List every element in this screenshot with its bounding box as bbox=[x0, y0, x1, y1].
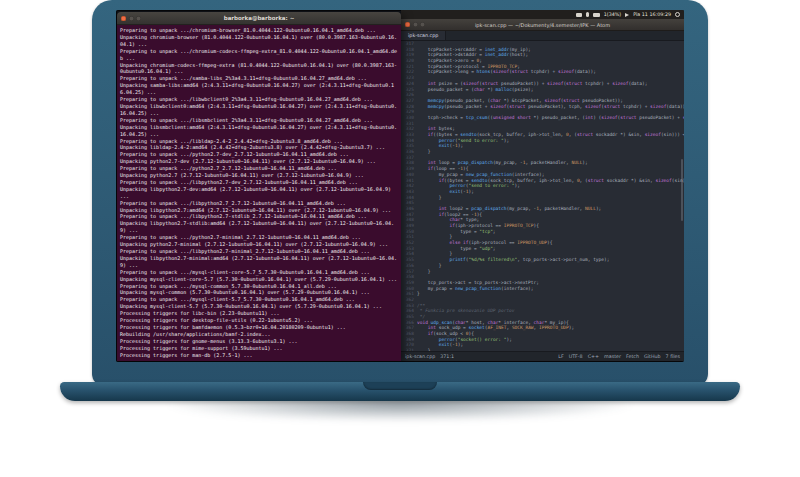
atom-window-controls bbox=[405, 22, 425, 27]
status-item-c-[interactable]: C++ bbox=[588, 354, 599, 359]
terminal-line: Processing triggers for bamfdaemon (0.5.… bbox=[120, 324, 398, 331]
status-right-items: LFUTF-8C++masterFetchGitHub7 files bbox=[553, 354, 680, 359]
code-line: 371 } bbox=[401, 348, 684, 351]
terminal-line: Preparing to unpack .../libpython2.7-min… bbox=[120, 248, 398, 255]
battery-icon[interactable] bbox=[593, 13, 600, 17]
terminal-line: Unpacking libldap-2.4-2:amd64 (2.4.42+df… bbox=[120, 144, 398, 151]
status-cursor-position[interactable]: 371:1 bbox=[440, 354, 454, 359]
terminal-line: Unpacking libpython2.7-minimal:amd64 (2.… bbox=[120, 255, 398, 269]
editor-scrollbar[interactable] bbox=[681, 159, 683, 221]
terminal-line: Processing triggers for man-db (2.7.5-1)… bbox=[120, 352, 398, 359]
terminal-line: Unpacking chromium-codecs-ffmpeg-extra (… bbox=[120, 62, 398, 76]
stage: 1(34%) Pia 11 16:09:29 ipk-scan.cpp — ~/… bbox=[0, 0, 800, 477]
bluetooth-icon[interactable] bbox=[586, 12, 589, 17]
terminal-line: Processing triggers for desktop-file-uti… bbox=[120, 317, 398, 324]
terminal-line: Preparing to unpack .../libpython2.7_2.7… bbox=[120, 200, 398, 207]
status-item-7-files[interactable]: 7 files bbox=[666, 354, 680, 359]
terminal-line: Preparing to unpack .../python2.7-minima… bbox=[120, 234, 398, 241]
terminal-title: barborka@barborka: ~ bbox=[224, 12, 295, 24]
keyboard-indicator-icon[interactable] bbox=[576, 13, 582, 17]
terminal-line: Unpacking python2.7-minimal (2.7.12-1ubu… bbox=[120, 241, 398, 248]
minimize-icon[interactable] bbox=[413, 22, 418, 27]
code-text: } bbox=[417, 348, 684, 351]
atom-tabbar: ipk-scan.cpp bbox=[401, 31, 684, 41]
terminal-line: Preparing to unpack .../mysql-common_5.7… bbox=[120, 283, 398, 290]
atom-titlebar[interactable]: ipk-scan.cpp — ~/Dokumenty/4.semester/IP… bbox=[401, 19, 684, 31]
minimize-icon[interactable] bbox=[129, 16, 134, 21]
terminal-window: barborka@barborka: ~ Preparing to unpack… bbox=[117, 12, 401, 361]
code-rows: 317318 tcpPacket->srcAddr = inet_addr(my… bbox=[401, 41, 684, 351]
terminal-line: Unpacking chromium-browser (81.0.4044.12… bbox=[120, 34, 398, 48]
system-panel: 1(34%) Pia 11 16:09:29 bbox=[401, 10, 684, 19]
terminal-line: Unpacking mysql-common (5.7.30-0ubuntu0.… bbox=[120, 289, 398, 296]
clock-label[interactable]: Pia 11 16:09:29 bbox=[633, 12, 671, 17]
terminal-line: Preparing to unpack .../python2.7_2.7.12… bbox=[120, 165, 398, 172]
code-editor[interactable]: 317318 tcpPacket->srcAddr = inet_addr(my… bbox=[401, 41, 684, 351]
status-item-lf[interactable]: LF bbox=[558, 354, 563, 359]
terminal-line: Unpacking libsmbclient:amd64 (2:4.3.11+d… bbox=[120, 124, 398, 138]
terminal-line: Processing triggers for gnome-menus (3.1… bbox=[120, 338, 398, 345]
atom-statusbar: ipk-scan.cpp 371:1 LFUTF-8C++masterFetch… bbox=[401, 351, 684, 361]
terminal-line: Rebuilding /usr/share/applications/bamf-… bbox=[120, 331, 398, 338]
laptop-frame: 1(34%) Pia 11 16:09:29 ipk-scan.cpp — ~/… bbox=[92, 0, 708, 386]
terminal-line: Processing triggers for libc-bin (2.23-0… bbox=[120, 310, 398, 317]
maximize-icon[interactable] bbox=[420, 22, 425, 27]
terminal-line: Preparing to unpack .../chromium-codecs-… bbox=[120, 48, 398, 62]
atom-window: 1(34%) Pia 11 16:09:29 ipk-scan.cpp — ~/… bbox=[401, 10, 684, 361]
laptop-base bbox=[60, 382, 740, 401]
session-gear-icon[interactable] bbox=[675, 12, 680, 17]
terminal-line: Preparing to unpack .../libpython2.7-dev… bbox=[120, 179, 398, 186]
terminal-line: Unpacking mysql-client-core-5.7 (5.7.30-… bbox=[120, 276, 398, 283]
terminal-window-controls bbox=[121, 16, 141, 21]
terminal-line: Preparing to unpack .../libldap-2.4-2_2.… bbox=[120, 138, 398, 145]
terminal-line: Preparing to unpack .../libwbclient0_2%3… bbox=[120, 96, 398, 103]
status-filename[interactable]: ipk-scan.cpp bbox=[405, 354, 435, 359]
terminal-output[interactable]: Preparing to unpack .../chromium-browser… bbox=[117, 25, 401, 361]
terminal-line: Preparing to unpack .../mysql-client-5.7… bbox=[120, 296, 398, 303]
terminal-line: Unpacking libpython2.7-dev:amd64 (2.7.12… bbox=[120, 186, 398, 200]
status-item-fetch[interactable]: Fetch bbox=[626, 354, 639, 359]
battery-label[interactable]: 1(34%) bbox=[604, 12, 621, 17]
terminal-line: Preparing to unpack .../libpython2.7-std… bbox=[120, 213, 398, 220]
status-item-master[interactable]: master bbox=[604, 354, 621, 359]
terminal-line: Unpacking python2.7-dev (2.7.12-1ubuntu0… bbox=[120, 158, 398, 165]
line-number: 371 bbox=[401, 348, 417, 351]
close-icon[interactable] bbox=[121, 16, 126, 21]
terminal-line: Preparing to unpack .../chromium-browser… bbox=[120, 27, 398, 34]
atom-window-title: ipk-scan.cpp — ~/Dokumenty/4.semester/IP… bbox=[475, 22, 610, 28]
status-item-utf-8[interactable]: UTF-8 bbox=[569, 354, 583, 359]
terminal-line: Preparing to unpack .../mysql-client-cor… bbox=[120, 269, 398, 276]
laptop-base-notch bbox=[363, 382, 437, 390]
terminal-line: Unpacking libpython2.7:amd64 (2.7.12-1ub… bbox=[120, 207, 398, 214]
status-item-github[interactable]: GitHub bbox=[644, 354, 661, 359]
tab-ipk-scan[interactable]: ipk-scan.cpp bbox=[401, 31, 446, 40]
terminal-line: Preparing to unpack .../python2.7-dev_2.… bbox=[120, 151, 398, 158]
close-icon[interactable] bbox=[405, 22, 410, 27]
terminal-line: Unpacking mysql-client-5.7 (5.7.30-0ubun… bbox=[120, 303, 398, 310]
laptop-screen: 1(34%) Pia 11 16:09:29 ipk-scan.cpp — ~/… bbox=[116, 10, 684, 362]
terminal-line: Unpacking python2.7 (2.7.12-1ubuntu0~16.… bbox=[120, 172, 398, 179]
maximize-icon[interactable] bbox=[136, 16, 141, 21]
terminal-line: Unpacking libpython2.7-stdlib:amd64 (2.7… bbox=[120, 220, 398, 234]
terminal-line: Unpacking libwbclient0:amd64 (2:4.3.11+d… bbox=[120, 103, 398, 117]
terminal-line: Processing triggers for mime-support (3.… bbox=[120, 345, 398, 352]
terminal-line: Preparing to unpack .../samba-libs_2%3a4… bbox=[120, 75, 398, 82]
volume-icon[interactable] bbox=[625, 13, 629, 17]
terminal-line: Unpacking samba-libs:amd64 (2:4.3.11+dfs… bbox=[120, 82, 398, 96]
terminal-line: Preparing to unpack .../libsmbclient_2%3… bbox=[120, 117, 398, 124]
terminal-titlebar[interactable]: barborka@barborka: ~ bbox=[117, 12, 401, 25]
